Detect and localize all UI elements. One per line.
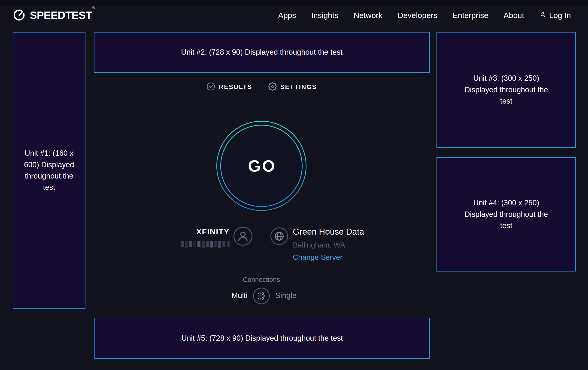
results-settings-tabs: RESULTS SETTINGS	[94, 82, 430, 92]
connections-label: Connections	[243, 276, 280, 283]
main-nav: Apps Insights Network Developers Enterpr…	[278, 11, 571, 20]
go-button[interactable]: GO	[216, 120, 307, 211]
server-location: Bellingham, WA	[293, 241, 345, 249]
isp-ip-redacted	[181, 241, 230, 248]
nav-item-enterprise[interactable]: Enterprise	[453, 11, 488, 20]
connections-toggle-icon[interactable]	[253, 287, 270, 305]
nav-item-network[interactable]: Network	[354, 11, 382, 20]
trademark-symbol: ®	[92, 6, 95, 10]
top-nav-bar: SPEEDTEST® Apps Insights Network Develop…	[0, 0, 588, 30]
check-circle-icon	[207, 82, 215, 92]
ad-unit-1-text: Unit #1: (160 x 600) Displayed throughou…	[22, 148, 76, 193]
tab-results[interactable]: RESULTS	[207, 82, 252, 92]
ad-unit-5-text: Unit #5: (728 x 90) Displayed throughout…	[181, 333, 343, 344]
ad-unit-2-leaderboard[interactable]: Unit #2: (728 x 90) Displayed throughout…	[94, 32, 430, 73]
speedometer-icon	[13, 8, 26, 22]
speedtest-logo[interactable]: SPEEDTEST®	[13, 8, 94, 22]
nav-item-insights[interactable]: Insights	[311, 11, 338, 20]
server-name: Green House Data	[293, 227, 364, 237]
server-globe-icon	[270, 227, 288, 246]
tab-results-label: RESULTS	[219, 83, 252, 91]
go-label: GO	[216, 120, 307, 211]
ad-unit-1-skyscraper[interactable]: Unit #1: (160 x 600) Displayed throughou…	[13, 32, 85, 309]
ad-unit-2-text: Unit #2: (728 x 90) Displayed throughout…	[181, 47, 343, 58]
tab-settings-label: SETTINGS	[280, 83, 317, 91]
ad-unit-5-leaderboard[interactable]: Unit #5: (728 x 90) Displayed throughout…	[94, 318, 430, 359]
login-button[interactable]: Log In	[539, 11, 571, 20]
login-label: Log In	[549, 11, 571, 20]
change-server-link[interactable]: Change Server	[293, 253, 343, 261]
isp-name: XFINITY	[196, 227, 230, 236]
ad-unit-4-rectangle[interactable]: Unit #4: (300 x 250) Displayed throughou…	[437, 157, 576, 271]
gear-icon	[268, 82, 277, 92]
ad-unit-3-text: Unit #3: (300 x 250) Displayed throughou…	[461, 73, 551, 107]
ad-unit-4-text: Unit #4: (300 x 250) Displayed throughou…	[461, 197, 551, 231]
connections-single-option[interactable]: Single	[275, 291, 296, 300]
nav-item-developers[interactable]: Developers	[398, 11, 437, 20]
isp-user-icon	[233, 227, 253, 247]
tab-settings[interactable]: SETTINGS	[268, 82, 317, 92]
nav-item-about[interactable]: About	[504, 11, 524, 20]
nav-item-apps[interactable]: Apps	[278, 11, 296, 20]
connections-multi-option[interactable]: Multi	[231, 291, 248, 300]
user-icon	[539, 11, 546, 20]
ad-unit-3-rectangle[interactable]: Unit #3: (300 x 250) Displayed throughou…	[437, 32, 576, 148]
logo-wordmark: SPEEDTEST®	[30, 9, 94, 21]
